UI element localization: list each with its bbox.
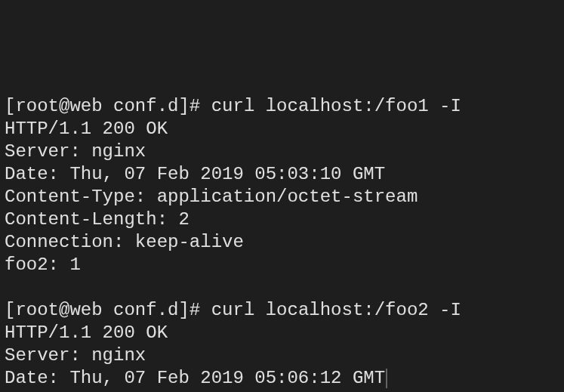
bracket-close: ] [178,96,189,116]
command-text: curl localhost:/foo1 -I [211,96,461,116]
bracket-open: [ [5,96,15,116]
space [103,300,113,320]
response-line: Date: Thu, 07 Feb 2019 05:06:12 GMT [5,367,559,390]
text-cursor-icon [386,369,387,388]
response-line: Date: Thu, 07 Feb 2019 05:03:10 GMT [5,163,559,186]
response-line: foo2: 1 [5,254,559,276]
cwd: conf.d [113,96,178,116]
prompt-symbol: # [190,96,200,116]
bracket-open: [ [5,300,15,320]
user-host: root@web [15,96,102,116]
prompt-symbol: # [190,300,200,320]
response-line: HTTP/1.1 200 OK [5,118,559,140]
prompt-line-1[interactable]: [root@web conf.d]# curl localhost:/foo1 … [5,95,559,118]
response-line: HTTP/1.1 200 OK [5,322,559,344]
cwd: conf.d [113,300,178,320]
response-line: Content-Length: 2 [5,208,559,231]
blank-line [5,276,559,299]
response-line: Content-Type: application/octet-stream [5,186,559,208]
command-text: curl localhost:/foo2 -I [211,300,461,320]
space [200,300,211,320]
terminal-output[interactable]: [root@web conf.d]# curl localhost:/foo1 … [5,95,559,392]
response-line: Server: nginx [5,140,559,163]
user-host: root@web [15,300,102,320]
response-line: Connection: keep-alive [5,231,559,254]
bracket-close: ] [178,300,189,320]
space [200,96,211,116]
response-text: Date: Thu, 07 Feb 2019 05:06:12 GMT [5,368,385,388]
response-line: Server: nginx [5,344,559,367]
prompt-line-2[interactable]: [root@web conf.d]# curl localhost:/foo2 … [5,299,559,322]
space [103,96,113,116]
